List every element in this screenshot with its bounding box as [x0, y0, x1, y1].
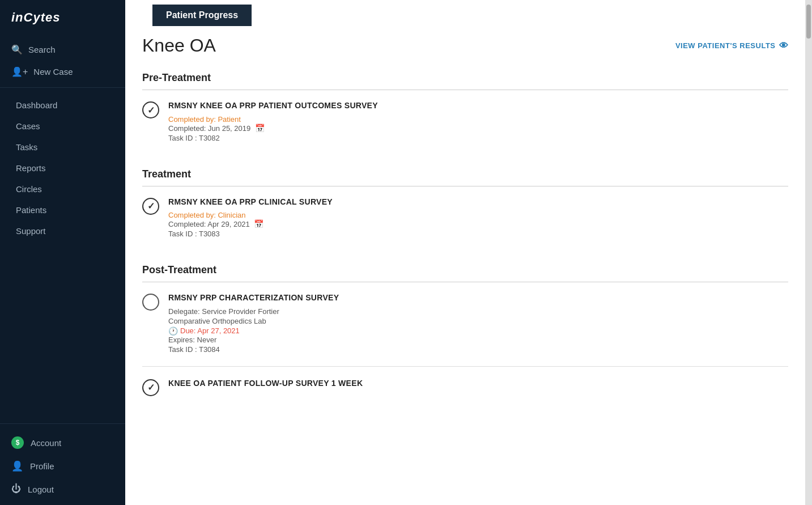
page-title-row: Knee OA VIEW PATIENT'S RESULTS 👁 [142, 35, 788, 56]
task-details-t3082: RMSNY KNEE OA PRP PATIENT OUTCOMES SURVE… [168, 100, 378, 143]
task-name-t3082: RMSNY KNEE OA PRP PATIENT OUTCOMES SURVE… [168, 100, 378, 112]
task-expires-t3084: Expires: Never [168, 336, 339, 344]
sidebar: inCytes 🔍 Search 👤+ New Case Dashboard C… [0, 0, 125, 505]
account-icon: $ [11, 436, 24, 449]
task-check-t3082 [142, 101, 159, 118]
scrollbar[interactable] [805, 0, 812, 505]
eye-icon: 👁 [779, 41, 789, 51]
sidebar-nav: Dashboard Cases Tasks Reports Circles Pa… [0, 88, 125, 423]
sidebar-bottom: $ Account 👤 Profile ⏻ Logout [0, 423, 125, 505]
task-details-t3083: RMSNY KNEE OA PRP CLINICAL SURVEY Comple… [168, 197, 333, 240]
calendar-icon-t3083: 📅 [254, 219, 263, 228]
sidebar-item-support[interactable]: Support [0, 220, 125, 241]
task-name-t3083: RMSNY KNEE OA PRP CLINICAL SURVEY [168, 197, 333, 208]
task-delegate2-t3084: Comparative Orthopedics Lab [168, 317, 339, 325]
task-t3083: RMSNY KNEE OA PRP CLINICAL SURVEY Comple… [142, 197, 788, 251]
profile-item[interactable]: 👤 Profile [0, 455, 125, 478]
task-completed-date-t3082: Completed: Jun 25, 2019 📅 [168, 124, 378, 133]
tab-label: Patient Progress [166, 10, 238, 20]
page-content: Knee OA VIEW PATIENT'S RESULTS 👁 Pre-Tre… [125, 26, 805, 438]
task-id-t3084: Task ID : T3084 [168, 345, 339, 354]
task-completed-by-t3083: Completed by: Clinician [168, 211, 333, 219]
calendar-icon-t3082: 📅 [255, 124, 265, 133]
task-t3082: RMSNY KNEE OA PRP PATIENT OUTCOMES SURVE… [142, 100, 788, 155]
post-treatment-divider [142, 282, 788, 282]
task-check-t3085 [142, 379, 159, 396]
search-icon: 🔍 [11, 44, 23, 55]
post-treatment-title: Post-Treatment [142, 264, 788, 276]
page-title: Knee OA [142, 35, 216, 56]
task-completed-date-t3083: Completed: Apr 29, 2021 📅 [168, 219, 333, 228]
task-id-t3082: Task ID : T3082 [168, 134, 378, 142]
pre-treatment-divider [142, 90, 788, 90]
patient-progress-header: Patient Progress [125, 0, 805, 26]
sidebar-item-reports[interactable]: Reports [0, 158, 125, 179]
treatment-section: Treatment RMSNY KNEE OA PRP CLINICAL SUR… [142, 168, 788, 251]
profile-label: Profile [30, 461, 54, 471]
task-due-t3084: 🕐 Due: Apr 27, 2021 [168, 326, 339, 336]
post-treatment-section: Post-Treatment RMSNY PRP CHARACTERIZATIO… [142, 264, 788, 408]
scrollbar-thumb[interactable] [806, 5, 811, 39]
task-check-t3083 [142, 198, 159, 215]
task-name-t3085: KNEE OA PATIENT FOLLOW-UP SURVEY 1 WEEK [168, 378, 363, 389]
content-area[interactable]: Patient Progress Knee OA VIEW PATIENT'S … [125, 0, 805, 505]
sidebar-item-patients[interactable]: Patients [0, 200, 125, 220]
task-t3084: RMSNY PRP CHARACTERIZATION SURVEY Delega… [142, 292, 788, 367]
account-item[interactable]: $ Account [0, 431, 125, 455]
search-label: Search [28, 45, 56, 54]
sidebar-actions: 🔍 Search 👤+ New Case [0, 34, 125, 88]
treatment-title: Treatment [142, 168, 788, 180]
view-results-label: VIEW PATIENT'S RESULTS [675, 41, 776, 50]
task-name-t3084: RMSNY PRP CHARACTERIZATION SURVEY [168, 292, 339, 304]
tab-header: Patient Progress [152, 5, 252, 26]
task-check-t3084 [142, 294, 159, 311]
search-action[interactable]: 🔍 Search [0, 39, 125, 61]
alarm-icon: 🕐 [168, 326, 178, 336]
add-person-icon: 👤+ [11, 66, 28, 77]
profile-icon: 👤 [11, 460, 23, 472]
treatment-divider [142, 186, 788, 186]
logout-label: Logout [28, 485, 54, 494]
pre-treatment-section: Pre-Treatment RMSNY KNEE OA PRP PATIENT … [142, 72, 788, 155]
account-label: Account [31, 438, 61, 448]
app-logo: inCytes [0, 0, 125, 34]
view-results-link[interactable]: VIEW PATIENT'S RESULTS 👁 [675, 41, 788, 51]
sidebar-item-tasks[interactable]: Tasks [0, 137, 125, 158]
logout-item[interactable]: ⏻ Logout [0, 478, 125, 500]
task-details-t3084: RMSNY PRP CHARACTERIZATION SURVEY Delega… [168, 292, 339, 355]
task-details-t3085: KNEE OA PATIENT FOLLOW-UP SURVEY 1 WEEK [168, 378, 363, 393]
pre-treatment-title: Pre-Treatment [142, 72, 788, 84]
main-content: Patient Progress Knee OA VIEW PATIENT'S … [125, 0, 805, 505]
sidebar-item-circles[interactable]: Circles [0, 179, 125, 200]
new-case-action[interactable]: 👤+ New Case [0, 61, 125, 83]
task-id-t3083: Task ID : T3083 [168, 230, 333, 238]
task-delegate-t3084: Delegate: Service Provider Fortier [168, 307, 339, 316]
task-completed-by-t3082: Completed by: Patient [168, 115, 378, 124]
sidebar-item-cases[interactable]: Cases [0, 116, 125, 137]
sidebar-item-dashboard[interactable]: Dashboard [0, 95, 125, 116]
logout-icon: ⏻ [11, 483, 21, 495]
new-case-label: New Case [33, 67, 73, 77]
task-t3085: KNEE OA PATIENT FOLLOW-UP SURVEY 1 WEEK [142, 378, 788, 408]
